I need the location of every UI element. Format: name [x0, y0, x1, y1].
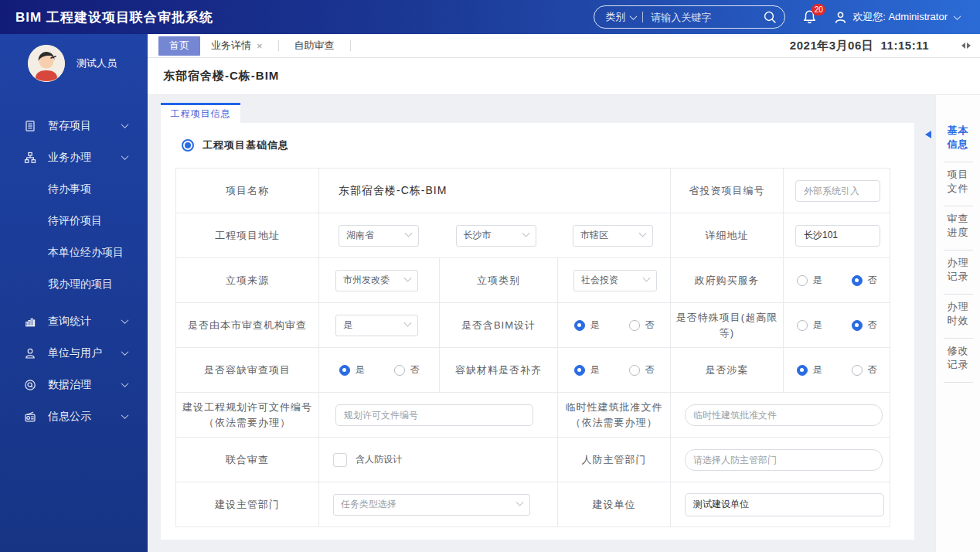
global-search[interactable]: 类别: [594, 5, 785, 29]
anchor-project-files[interactable]: 项目文件: [936, 162, 980, 206]
field-label: 是否特殊项目(超高限等): [671, 303, 784, 348]
page-title: 东部宿舍楼-C栋-BIM: [163, 69, 279, 83]
divider: [278, 40, 279, 51]
construction-dept-select[interactable]: 任务类型选择: [333, 494, 530, 516]
field-label: 联合审查: [176, 438, 319, 482]
user-icon: [23, 347, 36, 359]
table-row: 建设工程规划许可文件编号 （依法需要办理） 临时性建筑批准文件 （依法需要办理）: [176, 393, 890, 438]
sidebar-item-query-statistics[interactable]: 查询统计: [0, 305, 148, 337]
field-label: 建设单位: [558, 482, 671, 527]
involved-case-radios: 是 否: [784, 363, 890, 377]
sidebar-item-units-users[interactable]: 单位与用户: [0, 337, 148, 369]
collapse-panel-icon[interactable]: [961, 43, 971, 49]
radio-yes[interactable]: 是: [574, 363, 600, 377]
table-row: 是否容缺审查项目 是 否 容缺材料是否补齐 是 否: [176, 348, 890, 393]
chevron-down-icon: [121, 316, 129, 324]
avatar: [28, 45, 65, 82]
chevron-down-icon: [121, 152, 129, 160]
chevron-down-icon: [404, 319, 412, 327]
field-label: 政府购买服务: [671, 258, 784, 303]
project-source-select[interactable]: 市州发改委: [335, 270, 418, 291]
temp-building-input[interactable]: [685, 404, 883, 426]
radio-yes[interactable]: 是: [574, 319, 600, 332]
anchor-handling-time[interactable]: 办理时效: [936, 295, 980, 338]
close-icon[interactable]: ×: [257, 40, 263, 52]
anchor-handling-records[interactable]: 办理记录: [936, 250, 980, 294]
search-category-select[interactable]: 类别: [605, 10, 625, 24]
radio-no[interactable]: 否: [629, 319, 655, 332]
radio-yes[interactable]: 是: [339, 363, 365, 377]
sidebar-item-unit-projects[interactable]: 本单位经办项目: [0, 237, 148, 268]
anchor-modification-records[interactable]: 修改记录: [936, 339, 980, 382]
tab-project-info[interactable]: 工程项目信息: [161, 103, 240, 123]
search-input[interactable]: [651, 12, 763, 23]
app-window: BIM 工程建设项目联合审批系统 类别: [0, 0, 980, 552]
chevron-down-icon: [121, 348, 129, 356]
civil-defense-checkbox[interactable]: [333, 453, 347, 467]
radio-yes[interactable]: 是: [797, 274, 822, 287]
civil-defense-dept-input[interactable]: [685, 449, 883, 471]
province-select[interactable]: 湖南省: [339, 225, 419, 247]
sidebar-item-business-handling[interactable]: 业务办理: [0, 141, 148, 173]
project-category-select[interactable]: 社会投资: [573, 270, 657, 291]
province-project-no-input[interactable]: [795, 180, 880, 202]
construction-unit-input[interactable]: [685, 493, 884, 516]
radio-no[interactable]: 否: [852, 274, 877, 287]
tab-home[interactable]: 首页: [158, 36, 200, 56]
section-radio-selected[interactable]: [182, 139, 194, 152]
field-label: 是否涉案: [671, 348, 784, 393]
tab-business-detail[interactable]: 业务详情 ×: [200, 36, 274, 56]
chevron-down-icon[interactable]: [630, 12, 638, 20]
planning-permit-input[interactable]: [335, 404, 533, 426]
gov-purchase-radios: 是 否: [784, 274, 890, 287]
chevron-down-icon: [522, 230, 529, 237]
section-radio-label: 工程项目基础信息: [202, 138, 289, 152]
user-menu[interactable]: 欢迎您: Administrator: [834, 10, 966, 24]
sidebar-item-todo[interactable]: 待办事项: [0, 173, 148, 205]
radio-icon: [23, 411, 36, 423]
rongque-review-radios: 是 否: [319, 363, 439, 377]
city-select[interactable]: 长沙市: [456, 225, 536, 247]
table-row: 是否由本市审查机构审查 是 是否含BIM设计 是 否: [176, 303, 890, 348]
radio-no[interactable]: 否: [852, 319, 877, 332]
divider: [350, 40, 351, 51]
sidebar-item-my-projects[interactable]: 我办理的项目: [0, 268, 148, 300]
anchor-basic-info[interactable]: 基本信息: [936, 118, 980, 162]
field-label: 建设工程规划许可文件编号 （依法需要办理）: [176, 393, 319, 438]
chevron-down-icon: [121, 411, 129, 419]
notifications-button[interactable]: 20: [802, 9, 817, 25]
bim-design-radios: 是 否: [558, 319, 670, 332]
checkbox-label: 含人防设计: [356, 453, 402, 466]
data-governance-icon: [23, 379, 36, 391]
radio-no[interactable]: 否: [394, 363, 420, 377]
field-label: 立项来源: [176, 258, 319, 303]
sidebar-item-staged-projects[interactable]: 暂存项目: [0, 110, 148, 141]
field-label: 是否容缺审查项目: [176, 348, 319, 393]
district-select[interactable]: 市辖区: [573, 225, 653, 247]
sidebar-item-data-governance[interactable]: 数据治理: [0, 369, 148, 400]
field-label: 立项类别: [440, 258, 558, 303]
detail-address-input[interactable]: [795, 225, 880, 247]
tab-bar: 首页 业务详情 × 自助审查 2021年3月06日 11:15:11: [148, 34, 980, 58]
radio-yes[interactable]: 是: [797, 363, 822, 377]
sidebar-item-info-publicity[interactable]: 信息公示: [0, 400, 148, 432]
chevron-down-icon: [404, 274, 412, 282]
radio-yes[interactable]: 是: [797, 319, 822, 332]
user-profile: 测试人员: [0, 34, 148, 82]
sidebar-item-pending-evaluation[interactable]: 待评价项目: [0, 205, 148, 237]
radio-no[interactable]: 否: [852, 363, 877, 377]
chevron-down-icon: [121, 121, 129, 128]
anchor-review-progress[interactable]: 审查进度: [936, 206, 980, 250]
tab-self-review[interactable]: 自助审查: [284, 36, 345, 56]
project-form-table: 项目名称 东部宿舍楼-C栋-BIM 省投资项目编号 工程项目地址 湖南省: [175, 168, 890, 527]
user-icon: [834, 11, 852, 24]
divider: [642, 12, 643, 22]
local-review-select[interactable]: 是: [335, 315, 418, 336]
search-icon[interactable]: [763, 10, 777, 24]
app-title: BIM 工程建设项目联合审批系统: [15, 9, 213, 26]
welcome-text: 欢迎您: Administrator: [852, 10, 948, 24]
field-label: 临时性建筑批准文件 （依法需要办理）: [558, 393, 671, 438]
field-label: 项目名称: [176, 169, 319, 213]
table-row: 联合审查 含人防设计 人防主管部门: [176, 438, 890, 482]
radio-no[interactable]: 否: [629, 363, 655, 377]
